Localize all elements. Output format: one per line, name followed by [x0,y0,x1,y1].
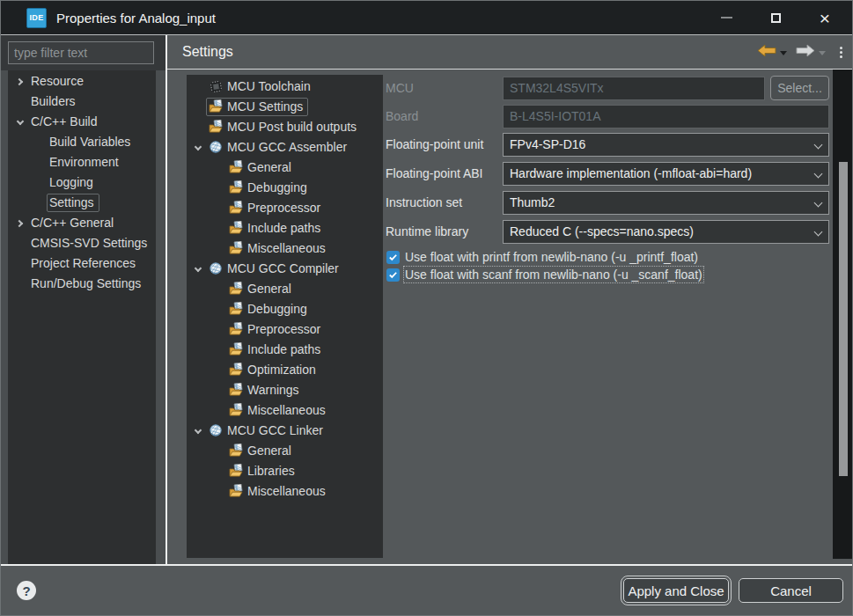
settings-tree-item-miscellaneous[interactable]: Miscellaneous [187,238,383,259]
tree-item-label: Miscellaneous [247,484,326,498]
tree-item-label: MCU GCC Linker [227,423,323,437]
sidebar-item-build-variables[interactable]: Build Variables [8,132,156,152]
settings-tree-item-preprocessor[interactable]: Preprocessor [187,198,383,218]
mcu-select-button[interactable]: Select... [770,76,829,100]
maximize-button[interactable] [751,1,800,34]
help-button[interactable]: ? [17,581,36,600]
app-icon: IDE [26,8,47,28]
runtime-library-value: Reduced C (--specs=nano.specs) [510,224,694,238]
chevron-expanded-icon[interactable] [11,121,28,124]
chevron-expanded-icon[interactable] [189,146,206,150]
tree-item-label: MCU Settings [227,99,303,114]
chevron-expanded-icon[interactable] [189,429,206,433]
settings-tree-item-mcu-gcc-linker[interactable]: MCU GCC Linker [187,421,383,441]
tree-item-label: Build Variables [49,135,130,149]
tree-item-label: Preprocessor [247,201,320,215]
tree-item-label: MCU GCC Assembler [227,140,347,154]
tree-item-label: CMSIS-SVD Settings [31,236,147,250]
settings-tree-item-general[interactable]: General [187,279,383,299]
dialog-footer: ? Apply and Close Cancel [1,564,852,616]
settings-tree-item-mcu-gcc-assembler[interactable]: MCU GCC Assembler [187,137,383,158]
folder-doc-icon [229,302,243,316]
chevron-collapsed-icon[interactable] [11,79,28,84]
mcu-label: MCU [386,77,503,100]
settings-tree-item-libraries[interactable]: Libraries [187,461,383,481]
folder-doc-icon [229,342,243,356]
apply-and-close-button[interactable]: Apply and Close [623,578,729,603]
sidebar-item-c-c-build[interactable]: C/C++ Build [8,112,156,132]
sidebar-item-builders[interactable]: Builders [8,92,156,112]
sidebar-item-resource[interactable]: Resource [8,71,156,92]
folder-doc-icon [229,322,243,336]
folder-doc-icon [229,444,243,458]
tree-item-label: General [247,444,291,458]
folder-doc-icon [229,241,243,255]
settings-tree-item-preprocessor[interactable]: Preprocessor [187,319,383,340]
chevron-expanded-icon[interactable] [189,268,206,271]
runtime-library-select[interactable]: Reduced C (--specs=nano.specs) [503,220,829,244]
settings-tree-item-mcu-post-build-outputs[interactable]: MCU Post build outputs [187,117,383,137]
settings-tree-item-debugging[interactable]: Debugging [187,299,383,319]
tree-item-label: Optimization [247,363,316,377]
fabi-value: Hardware implementation (-mfloat-abi=har… [510,166,752,180]
sidebar-item-project-references[interactable]: Project References [8,253,156,274]
folder-doc-icon [229,221,243,235]
chevron-collapsed-icon[interactable] [11,221,28,226]
printf-float-label[interactable]: Use float with printf from newlib-nano (… [405,250,698,264]
scanf-float-checkbox[interactable] [386,268,400,282]
tree-item-label: Miscellaneous [247,241,326,255]
settings-tree-item-general[interactable]: General [187,158,383,178]
tree-item-label: Environment [49,155,119,169]
settings-tree-item-include-paths[interactable]: Include paths [187,340,383,360]
settings-tree: MCU ToolchainMCU SettingsMCU Post build … [187,75,383,558]
back-button[interactable] [757,44,776,61]
settings-tree-item-miscellaneous[interactable]: Miscellaneous [187,400,383,421]
settings-tree-item-mcu-settings[interactable]: MCU Settings [187,97,383,117]
settings-tree-item-mcu-gcc-compiler[interactable]: MCU GCC Compiler [187,259,383,279]
tree-item-label: Miscellaneous [247,403,326,417]
settings-tree-item-warnings[interactable]: Warnings [187,380,383,400]
close-icon: × [820,9,830,27]
close-button[interactable]: × [800,1,849,34]
tree-item-label: Include paths [247,342,320,356]
scanf-float-label[interactable]: Use float with scanf from newlib-nano (-… [405,268,702,282]
build-tool-icon [209,423,223,437]
settings-tree-item-mcu-toolchain[interactable]: MCU Toolchain [187,77,383,97]
sidebar-tree: ResourceBuildersC/C++ BuildBuild Variabl… [8,70,156,564]
floating-point-unit-select[interactable]: FPv4-SP-D16 [503,133,829,157]
settings-tree-item-optimization[interactable]: Optimization [187,360,383,380]
cancel-button[interactable]: Cancel [739,578,843,603]
tree-item-label: C/C++ General [31,216,114,230]
folder-doc-icon [229,464,243,478]
filter-input[interactable] [8,41,154,64]
sidebar-item-run-debug-settings[interactable]: Run/Debug Settings [8,274,156,294]
build-tool-icon [209,140,223,154]
tree-item-label: General [247,282,291,296]
settings-tree-item-miscellaneous[interactable]: Miscellaneous [187,481,383,502]
back-history-menu[interactable] [780,51,787,55]
instruction-set-select[interactable]: Thumb2 [503,191,829,215]
scrollbar-thumb[interactable] [839,162,848,476]
settings-tree-item-include-paths[interactable]: Include paths [187,218,383,238]
forward-button[interactable] [796,44,815,61]
tree-item-label: Preprocessor [247,322,320,336]
sidebar-item-c-c-general[interactable]: C/C++ General [8,213,156,233]
floating-point-abi-select[interactable]: Hardware implementation (-mfloat-abi=har… [503,162,829,186]
sidebar-item-settings[interactable]: Settings [8,193,156,213]
fabi-label: Floating-point ABI [386,162,503,186]
printf-float-checkbox[interactable] [386,251,400,264]
fpu-label: Floating-point unit [386,133,503,157]
vertical-scrollbar[interactable] [833,70,853,559]
forward-history-menu[interactable] [819,51,826,55]
tree-item-label: C/C++ Build [31,114,97,128]
minimize-button[interactable] [702,1,751,34]
view-menu-button[interactable] [838,45,844,60]
sidebar-item-cmsis-svd-settings[interactable]: CMSIS-SVD Settings [8,233,156,253]
sidebar-item-logging[interactable]: Logging [8,172,156,193]
settings-tree-item-general[interactable]: General [187,441,383,461]
sidebar-item-environment[interactable]: Environment [8,152,156,172]
settings-tree-item-debugging[interactable]: Debugging [187,178,383,198]
tree-item-label: Logging [49,175,93,189]
window-title: Properties for Analog_input [56,11,702,26]
tree-item-label: Warnings [247,383,299,397]
